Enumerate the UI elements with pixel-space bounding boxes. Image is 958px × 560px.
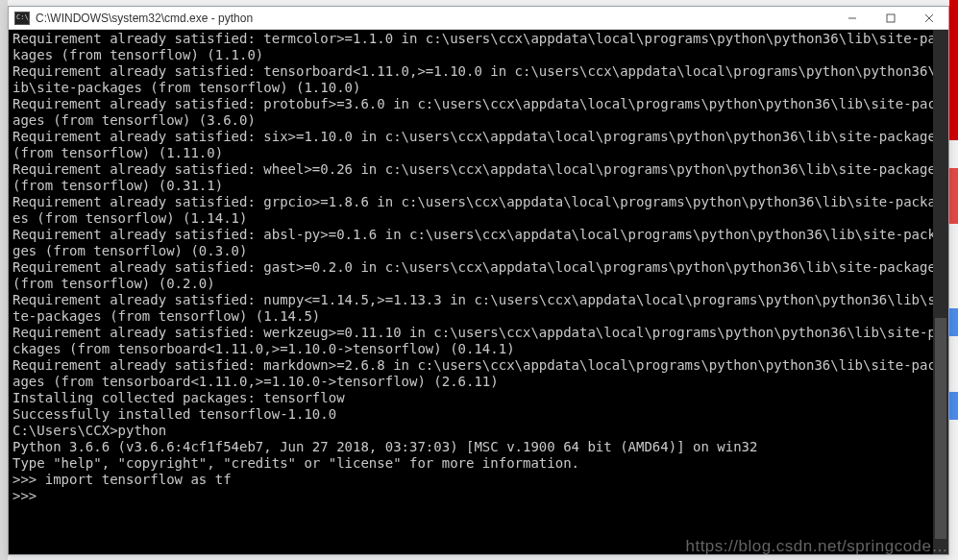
svg-rect-1 [887,14,895,22]
terminal-line: >>> import tensorflow as tf [12,472,945,488]
scrollbar-thumb[interactable] [935,318,946,538]
terminal-line: Requirement already satisfied: markdown>… [12,357,945,390]
terminal-output[interactable]: Requirement already satisfied: termcolor… [9,30,948,554]
cmd-icon [14,12,30,25]
scrollbar[interactable] [933,30,948,554]
terminal-line: Requirement already satisfied: six>=1.10… [12,129,945,161]
window-buttons [833,7,948,29]
terminal-line: >>> [12,488,945,504]
terminal-line: C:\Users\CCX>python [12,423,945,439]
maximize-button[interactable] [872,7,910,29]
terminal-line: Requirement already satisfied: tensorboa… [12,63,945,96]
terminal-line: Requirement already satisfied: numpy<=1.… [12,292,945,325]
terminal-line: Requirement already satisfied: protobuf>… [12,96,945,129]
terminal-line: Requirement already satisfied: absl-py>=… [12,227,945,259]
bg-left-strip [0,0,8,560]
window-title: C:\WINDOWS\system32\cmd.exe - python [36,12,833,25]
terminal-line: Installing collected packages: tensorflo… [12,390,945,406]
terminal-line: Requirement already satisfied: termcolor… [12,31,945,63]
close-button[interactable] [910,7,948,29]
terminal-line: Successfully installed tensorflow-1.10.0 [12,406,945,423]
terminal-line: Python 3.6.6 (v3.6.6:4cf1f54eb7, Jun 27 … [12,439,945,455]
bg-right-strip [949,0,958,560]
terminal-line: Requirement already satisfied: wheel>=0.… [12,161,945,194]
cmd-window: C:\WINDOWS\system32\cmd.exe - python Req… [8,6,949,555]
terminal-line: Type "help", "copyright", "credits" or "… [12,455,945,472]
titlebar[interactable]: C:\WINDOWS\system32\cmd.exe - python [9,7,948,30]
minimize-button[interactable] [833,7,872,29]
terminal-line: Requirement already satisfied: gast>=0.2… [12,259,945,292]
terminal-line: Requirement already satisfied: werkzeug>… [12,325,945,357]
terminal-line: Requirement already satisfied: grpcio>=1… [12,194,945,227]
